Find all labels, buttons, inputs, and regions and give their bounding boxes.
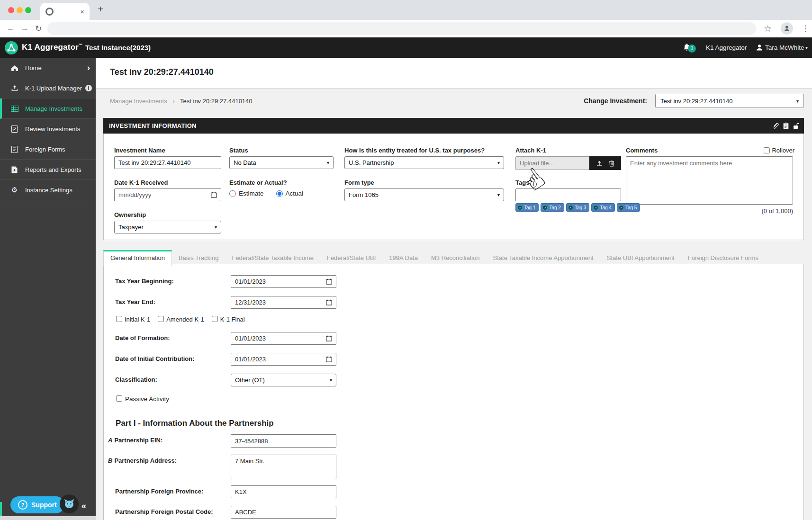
estimate-actual-radio-group: Estimate Actual xyxy=(229,190,303,197)
partnership-foreign-postal-code-input[interactable] xyxy=(231,506,336,519)
card-body: Investment Name Status No Data▾ How is t… xyxy=(103,134,804,240)
entity-treatment-value: U.S. Partnership xyxy=(349,159,394,166)
status-value: No Data xyxy=(234,159,256,166)
info-icon[interactable]: i xyxy=(85,85,92,91)
actual-radio[interactable] xyxy=(276,190,283,197)
tag-chip[interactable]: ×Tag 4 xyxy=(591,203,614,212)
window-minimize-button[interactable] xyxy=(17,7,23,13)
calendar-icon[interactable] xyxy=(326,299,332,305)
calendar-icon[interactable] xyxy=(326,335,332,341)
browser-profile-avatar[interactable] xyxy=(781,22,793,35)
breadcrumb-manage-investments[interactable]: Manage Investments xyxy=(110,98,167,105)
tag-chip[interactable]: ×Tag 2 xyxy=(541,203,564,212)
unlock-icon[interactable] xyxy=(793,122,799,129)
file-export-icon xyxy=(10,166,18,173)
comments-textarea[interactable] xyxy=(626,156,793,205)
initial-k1-checkbox[interactable] xyxy=(116,316,122,322)
sidebar-item-review-investments[interactable]: Review Investments xyxy=(0,119,96,139)
tab-close-icon[interactable]: × xyxy=(80,8,84,15)
sidebar-item-foreign-forms[interactable]: Foreign Forms xyxy=(0,139,96,160)
calendar-icon[interactable] xyxy=(211,192,217,198)
browser-menu-icon[interactable]: ⋮ xyxy=(802,24,810,34)
window-close-button[interactable] xyxy=(8,7,14,13)
date-of-initial-contribution-input[interactable]: 01/01/2023 xyxy=(231,353,336,366)
card-header: INVESTMENT INFORMATION xyxy=(103,118,804,134)
attach-k1-actions xyxy=(589,156,621,170)
investment-name-input[interactable] xyxy=(114,156,221,169)
tags-input[interactable] xyxy=(515,188,621,201)
user-menu-caret-icon[interactable]: ▾ xyxy=(805,45,808,50)
table-icon xyxy=(10,105,18,112)
user-menu[interactable]: Tara McWhite xyxy=(765,44,804,51)
tag-chip-label: Tag 2 xyxy=(549,205,560,210)
clipboard-icon[interactable] xyxy=(783,122,789,129)
classification-select[interactable]: Other (OT)▾ xyxy=(231,374,336,386)
url-bar[interactable] xyxy=(47,22,756,35)
page-title: Test inv 20:29:27.4410140 xyxy=(110,67,214,77)
tag-chip[interactable]: ×Tag 1 xyxy=(515,203,539,212)
rollover-checkbox[interactable] xyxy=(764,147,770,153)
date-of-formation-input[interactable]: 01/01/2023 xyxy=(231,332,336,345)
remove-tag-icon[interactable]: × xyxy=(619,205,624,210)
investment-name-label: Investment Name xyxy=(114,147,165,154)
form-type-select[interactable]: Form 1065▾ xyxy=(344,188,504,201)
ownership-select[interactable]: Taxpayer▾ xyxy=(114,221,221,233)
calendar-icon[interactable] xyxy=(326,356,332,362)
tab-basis-tracking[interactable]: Basis Tracking xyxy=(172,251,226,265)
sidebar-item-k1-upload-manager[interactable]: K-1 Upload Manager i xyxy=(0,78,96,99)
sidebar-item-instance-settings[interactable]: ⚙ Instance Settings xyxy=(0,180,96,200)
browser-tab[interactable]: × xyxy=(40,3,90,20)
sidebar-item-home[interactable]: Home › xyxy=(0,58,96,78)
delete-file-icon[interactable] xyxy=(609,160,614,167)
date-k1-received-input[interactable]: mm/dd/yyyy xyxy=(114,188,221,201)
tax-year-beginning-input[interactable]: 01/01/2023 xyxy=(231,275,336,288)
sidebar-item-manage-investments[interactable]: Manage Investments xyxy=(0,99,96,119)
sidebar-item-reports-and-exports[interactable]: Reports and Exports xyxy=(0,160,96,180)
partnership-address-textarea[interactable]: 7 Main Str. xyxy=(231,455,336,479)
remove-tag-icon[interactable]: × xyxy=(517,205,523,210)
amended-k1-checkbox[interactable] xyxy=(158,316,164,322)
passive-activity-checkbox[interactable] xyxy=(116,395,122,402)
tab-199a-data[interactable]: 199A Data xyxy=(382,251,424,265)
tab-state-taxable-income-apportionment[interactable]: State Taxable Income Apportionment xyxy=(487,251,600,265)
tab-federal-state-ubi[interactable]: Federal/State UBI xyxy=(320,251,382,265)
k1-final-checkbox[interactable] xyxy=(212,316,218,322)
tax-year-end-input[interactable]: 12/31/2023 xyxy=(231,296,336,309)
tab-m3-reconciliation[interactable]: M3 Reconciliation xyxy=(424,251,487,265)
forward-icon[interactable]: → xyxy=(21,24,29,33)
sidebar-item-label: Reports and Exports xyxy=(25,166,81,173)
back-icon[interactable]: ← xyxy=(7,24,15,33)
tab-general-information[interactable]: General Information xyxy=(103,250,172,266)
status-select[interactable]: No Data▾ xyxy=(229,156,334,169)
k1-aggregator-logo[interactable] xyxy=(5,41,18,54)
sidebar-collapse-icon[interactable]: « xyxy=(81,501,86,511)
tab-state-ubi-apportionment[interactable]: State UBI Apportionment xyxy=(600,251,681,265)
paperclip-icon[interactable] xyxy=(772,122,779,129)
bookmark-star-icon[interactable]: ☆ xyxy=(764,23,772,34)
entity-treatment-select[interactable]: U.S. Partnership▾ xyxy=(344,156,504,169)
remove-tag-icon[interactable]: × xyxy=(593,205,598,210)
account-menu[interactable]: K1 Aggregator xyxy=(706,44,747,51)
browser-toolbar: ← → ↻ ☆ ⋮ xyxy=(0,20,812,37)
upload-file-icon[interactable] xyxy=(596,160,603,167)
estimate-radio[interactable] xyxy=(229,190,236,197)
calendar-icon[interactable] xyxy=(326,278,332,285)
remove-tag-icon[interactable]: × xyxy=(568,205,573,210)
partnership-foreign-province-input[interactable] xyxy=(231,485,336,498)
tab-foreign-disclosure-forms[interactable]: Foreign Disclosure Forms xyxy=(681,251,765,265)
chevron-down-icon: ▾ xyxy=(215,224,217,230)
assistant-avatar[interactable] xyxy=(60,494,79,513)
support-button[interactable]: ? Support xyxy=(10,496,64,513)
partnership-ein-input[interactable] xyxy=(231,434,336,448)
remove-tag-icon[interactable]: × xyxy=(542,205,548,210)
new-tab-button[interactable]: + xyxy=(98,3,103,15)
date-value: 01/01/2023 xyxy=(235,335,266,342)
date-of-initial-contribution-label: Date of Initial Contribution: xyxy=(115,355,195,362)
tab-federal-state-taxable-income[interactable]: Federal/State Taxable Income xyxy=(225,251,320,265)
window-zoom-button[interactable] xyxy=(25,7,31,13)
tag-chip[interactable]: ×Tag 5 xyxy=(617,203,640,212)
reload-icon[interactable]: ↻ xyxy=(35,24,42,34)
tag-chip[interactable]: ×Tag 3 xyxy=(566,203,589,212)
rollover-checkbox-group: Rollover xyxy=(764,146,794,154)
change-investment-select[interactable]: Test inv 20:29:27.4410140 ▾ xyxy=(655,94,804,108)
